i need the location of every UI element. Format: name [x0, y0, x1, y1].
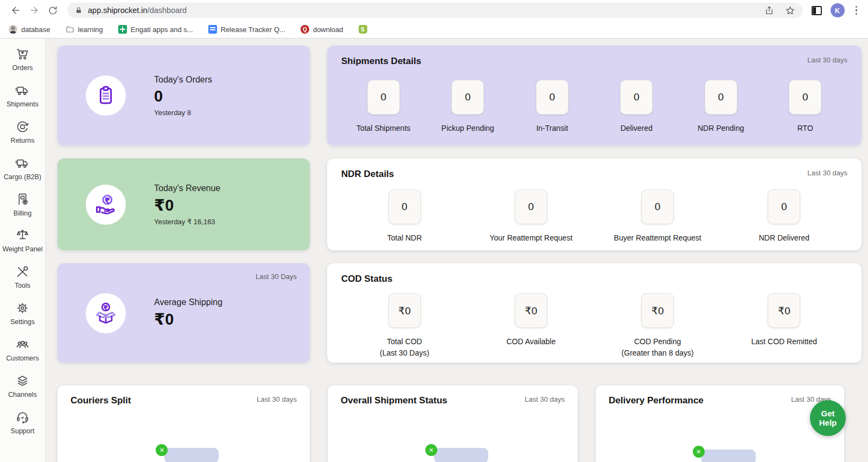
sidebar-item-shipments[interactable]: Shipments — [0, 78, 45, 115]
profile-avatar[interactable]: K — [831, 3, 845, 17]
metric-total-shipments: 0 Total Shipments — [341, 80, 426, 134]
shopify-icon: S — [359, 25, 367, 34]
cross-marker-icon: ✕ — [425, 444, 437, 456]
bookmark-learning[interactable]: learning — [66, 25, 103, 34]
sheets-icon — [118, 25, 127, 34]
return-box-icon — [15, 119, 30, 134]
hand-rupee-icon — [93, 192, 118, 217]
metric-value-box[interactable]: ₹0 — [768, 293, 800, 328]
metric-value-box[interactable]: 0 — [536, 80, 569, 115]
box-rupee-icon — [93, 301, 118, 326]
folder-icon — [66, 25, 74, 34]
metric-label: Delivered — [621, 123, 653, 134]
sidebar-item-label: Customers — [6, 354, 39, 363]
sidebar-item-label: Channels — [8, 390, 37, 400]
bookmark-shopify[interactable]: S — [359, 25, 371, 34]
sidebar-item-tools[interactable]: Tools — [0, 260, 45, 296]
metric-value-box[interactable]: 0 — [388, 189, 421, 224]
bookmark-download[interactable]: Q download — [301, 25, 343, 34]
card-title: COD Status — [341, 274, 392, 284]
metric-cod-available: ₹0 COD Available — [468, 293, 594, 359]
metric-value-box[interactable]: 0 — [768, 189, 800, 224]
cod-status-card: COD Status ₹0 Total COD (Last 30 Days) ₹… — [327, 263, 861, 363]
browser-menu-button[interactable] — [853, 4, 860, 17]
card-title: Today's Revenue — [154, 183, 220, 193]
cross-marker-icon: ✕ — [693, 446, 705, 458]
sidebar-nav: Orders Shipments Returns Cargo (B2B) Bil… — [0, 39, 46, 462]
metric-value-box[interactable]: 0 — [789, 80, 821, 115]
people-icon — [15, 337, 30, 352]
sidebar-item-label: Cargo (B2B) — [4, 173, 41, 182]
average-shipping-card[interactable]: Last 30 Days Average Shipping ₹0 — [58, 263, 310, 363]
delivery-performance-card: Delivery Performance Last 30 days ✕ — [596, 385, 844, 462]
metric-pickup-pending: 0 Pickup Pending — [426, 80, 510, 134]
metric-label: In-Transit — [536, 123, 568, 134]
couriers-split-card: Couriers Split Last 30 days ✕ — [58, 385, 310, 462]
overall-shipment-status-card: Overall Shipment Status Last 30 days ✕ — [328, 385, 578, 462]
card-subtext: Yesterday 8 — [154, 109, 212, 117]
bookmark-label: learning — [78, 26, 103, 34]
metric-value-box[interactable]: 0 — [641, 189, 674, 224]
scale-icon — [15, 228, 30, 243]
url-host: app.shiprocket.in — [88, 6, 148, 15]
metric-value-box[interactable]: ₹0 — [641, 293, 674, 328]
todays-revenue-card[interactable]: Today's Revenue ₹0 Yesterday ₹ 16,163 — [58, 159, 310, 250]
metric-label: Last COD Remitted — [751, 336, 817, 347]
bookmarks-bar: database learning Engati apps and s... R… — [0, 21, 868, 38]
card-period: Last 30 days — [257, 395, 297, 403]
metric-your-reattempt-request: 0 Your Reattempt Request — [468, 189, 594, 244]
metric-value-box[interactable]: 0 — [620, 80, 653, 115]
bookmark-star-icon[interactable] — [785, 5, 795, 16]
metric-value-box[interactable]: 0 — [367, 80, 400, 115]
metric-label: Total NDR — [387, 232, 422, 244]
sidebar-item-customers[interactable]: Customers — [0, 332, 45, 369]
metric-buyer-reattempt-request: 0 Buyer Reattempt Request — [595, 189, 721, 244]
metric-total-ndr: 0 Total NDR — [341, 189, 468, 244]
card-title: Average Shipping — [154, 298, 222, 307]
clipboard-icon — [94, 84, 117, 107]
sidebar-item-orders[interactable]: Orders — [0, 42, 45, 78]
sidebar-item-channels[interactable]: Channels — [0, 369, 45, 405]
metric-in-transit: 0 In-Transit — [510, 80, 595, 134]
forward-button[interactable] — [25, 1, 43, 20]
sidebar-item-label: Returns — [11, 136, 35, 145]
side-panel-icon[interactable] — [812, 6, 822, 15]
metric-label: Your Reattempt Request — [489, 232, 572, 244]
browser-toolbar: app.shiprocket.in/dashboard K — [0, 0, 868, 21]
metric-label: Total COD (Last 30 Days) — [380, 336, 429, 359]
bookmark-release-tracker[interactable]: Release Tracker Q... — [208, 25, 285, 34]
sidebar-item-cargo-b2b[interactable]: Cargo (B2B) — [0, 151, 45, 187]
reload-button[interactable] — [43, 1, 62, 20]
sidebar-item-weight-panel[interactable]: Weight Panel — [0, 223, 45, 260]
headset-icon — [15, 410, 30, 425]
address-bar[interactable]: app.shiprocket.in/dashboard — [67, 3, 803, 18]
card-period: Last 30 Days — [256, 273, 297, 281]
sidebar-item-billing[interactable]: Billing — [0, 187, 45, 224]
metric-label: NDR Pending — [698, 123, 744, 134]
metric-value-box[interactable]: ₹0 — [388, 293, 421, 328]
sidebar-item-label: Shipments — [7, 100, 39, 109]
metric-value-box[interactable]: 0 — [451, 80, 484, 115]
card-title: Delivery Performance — [609, 395, 704, 406]
get-help-label: Get — [821, 409, 834, 418]
metric-ndr-delivered: 0 NDR Delivered — [721, 189, 847, 244]
sidebar-item-label: Weight Panel — [2, 245, 42, 254]
metric-value-box[interactable]: 0 — [515, 189, 547, 224]
sidebar-item-settings[interactable]: Settings — [0, 296, 45, 332]
share-icon[interactable] — [764, 5, 774, 15]
back-button[interactable] — [7, 1, 25, 20]
truck-icon — [15, 83, 30, 98]
bookmark-engati[interactable]: Engati apps and s... — [118, 25, 193, 34]
metric-label: COD Pending (Greater than 8 days) — [622, 336, 694, 359]
get-help-button[interactable]: Get Help — [810, 400, 846, 436]
bookmark-database[interactable]: database — [9, 25, 50, 34]
cart-icon — [15, 47, 30, 61]
metric-value-box[interactable]: ₹0 — [515, 293, 547, 328]
sidebar-item-support[interactable]: Support — [0, 405, 45, 441]
todays-orders-card[interactable]: Today's Orders 0 Yesterday 8 — [58, 46, 310, 145]
metric-label: Buyer Reattempt Request — [614, 232, 701, 244]
metric-value-box[interactable]: 0 — [705, 80, 737, 115]
sidebar-item-returns[interactable]: Returns — [0, 115, 45, 151]
card-period: Last 30 days — [807, 169, 847, 177]
forward-arrow-icon — [29, 5, 40, 16]
